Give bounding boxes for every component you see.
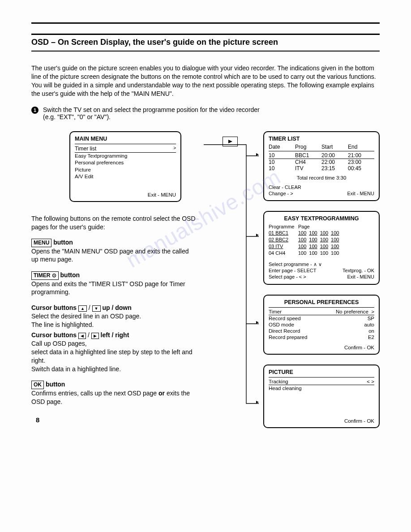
left-intro: The following buttons on the remote cont… — [31, 215, 197, 232]
step-number-badge: 1 — [31, 107, 39, 114]
intro-paragraph: The user's guide on the picture screen e… — [31, 64, 380, 98]
th-prog: Prog — [295, 144, 321, 150]
main-menu-exit: Exit - MENU — [75, 192, 176, 197]
cursor-leftright-section: Cursor buttons ◀ / ▶ left / right Call u… — [31, 331, 197, 373]
cursor-ud-desc2: The line is highlighted. — [31, 321, 94, 328]
cursor-ud-desc1: Select the desired line in an OSD page. — [31, 313, 141, 320]
ep-row: 03 ITV100100100100 — [269, 243, 374, 250]
step-1-line1: Switch the TV set on and select the prog… — [43, 106, 260, 113]
osd-timer-list: TIMER LIST Date Prog Start End 10BBC120:… — [263, 131, 380, 202]
timer-row: 10CH422:0023:00 — [269, 159, 374, 165]
main-menu-item: Personal preferences — [75, 159, 176, 167]
title-block: OSD – On Screen Display, the user's guid… — [31, 34, 380, 51]
menu-button-desc: Opens the "MAIN MENU" OSD page and exits… — [31, 248, 189, 263]
up-arrow-icon: ▲ — [78, 305, 87, 312]
osd-prefs: PERSONAL PREFERENCES Timer No preference… — [263, 295, 380, 355]
ok-desc1: Confirms entries, calls up the next OSD … — [31, 390, 158, 397]
top-rule — [31, 22, 380, 24]
picture-title: PICTURE — [269, 369, 374, 375]
timer-exit: Exit - MENU — [347, 190, 375, 197]
prefs-title: PERSONAL PREFERENCES — [269, 299, 374, 305]
osd-main-menu: MAIN MENU Timer list > Easy Textprogramm… — [69, 131, 181, 202]
ok-button-label: OK — [31, 381, 44, 389]
page-number: 8 — [36, 416, 39, 424]
menu-button-word: button — [51, 239, 73, 246]
svg-marker-0 — [228, 140, 232, 143]
cursor-ud-title2: up / down — [102, 304, 131, 311]
svg-marker-2 — [256, 234, 259, 236]
prefs-row: Record speedSP — [269, 315, 374, 322]
ep-row: 04 CH4100100100100 — [269, 250, 374, 257]
prefs-row: Direct Recordon — [269, 328, 374, 334]
cursor-lr-desc2: select data in a highlighted line step b… — [31, 348, 193, 364]
easy-text-title: EASY TEXTPROGRAMMING — [269, 215, 374, 222]
prefs-row: OSD modeauto — [269, 322, 374, 328]
th-end: End — [348, 144, 374, 150]
prefs-row: Record preparedE2 — [269, 334, 374, 340]
flow-connectors — [201, 131, 260, 442]
svg-marker-3 — [256, 321, 259, 324]
timer-button-label: TIMER ⊙ — [31, 271, 59, 279]
main-menu-title: MAIN MENU — [75, 136, 176, 142]
main-menu-item: Easy Textprogramming — [75, 153, 176, 160]
timer-clear: Clear - CLEAR — [269, 184, 301, 190]
main-menu-selected-row: Timer list > — [75, 145, 176, 153]
timer-row: 10ITV23:1500:45 — [269, 165, 374, 172]
down-arrow-icon: ▼ — [92, 305, 101, 312]
right-arrow-icon: ▶ — [91, 333, 99, 339]
left-arrow-icon: ◀ — [78, 333, 86, 339]
cursor-lr-desc3: Switch data in a highlighted line. — [31, 365, 121, 373]
step-1-line2: (e.g. "EXT", "0" or "AV"). — [43, 113, 111, 120]
left-right-icon: < > — [367, 379, 374, 384]
ep-foot2r: Textprog. - OK — [342, 267, 374, 274]
chevron-right-icon: > — [173, 146, 176, 152]
menu-button-label: MENU — [31, 239, 51, 247]
timer-total: Total record time 3:30 — [269, 175, 374, 180]
play-right-icon — [223, 137, 238, 146]
timer-row: 10BBC120:0021:00 — [269, 152, 374, 159]
step-1: 1 Switch the TV set on and select the pr… — [31, 106, 380, 120]
main-menu-selected-label: Timer list — [75, 146, 96, 152]
picture-confirm: Confirm - OK — [269, 418, 374, 424]
timer-list-header: Date Prog Start End — [269, 144, 374, 150]
osd-picture: PICTURE Tracking< > Head cleaning Confir… — [263, 365, 380, 428]
main-menu-item: Picture — [75, 167, 176, 174]
ok-button-word: button — [44, 381, 65, 388]
th-date: Date — [269, 144, 295, 150]
prefs-row: Timer No preference > — [269, 309, 374, 315]
svg-marker-1 — [256, 153, 259, 156]
timer-button-desc: Opens and exits the "TIMER LIST" OSD pag… — [31, 280, 185, 296]
timer-list-title: TIMER LIST — [269, 136, 374, 142]
main-menu-item: A/V Edit — [75, 173, 176, 180]
timer-button-word: button — [59, 271, 80, 279]
timer-change: Change - > — [269, 190, 301, 197]
timer-button-section: TIMER ⊙ button Opens and exits the "TIME… — [31, 271, 197, 296]
page-title: OSD – On Screen Display, the user's guid… — [31, 38, 380, 47]
ep-foot3l: Select page - < > — [269, 274, 306, 280]
cursor-lr-title1: Cursor buttons — [31, 331, 78, 339]
ep-foot2l: Enter page - SELECT — [269, 267, 316, 274]
chevron-right-icon: > — [371, 309, 374, 314]
ok-or: or — [158, 390, 165, 397]
osd-easy-text: EASY TEXTPROGRAMMING Programme Page 01 B… — [263, 211, 380, 285]
easy-text-header: Programme Page — [269, 223, 374, 230]
ok-button-section: OK button Confirms entries, calls up the… — [31, 380, 197, 406]
picture-row: Tracking< > — [269, 378, 374, 385]
ep-row: 02 BBC2100100100100 — [269, 236, 374, 243]
cursor-lr-title2: left / right — [101, 331, 129, 339]
th-start: Start — [321, 144, 348, 150]
prefs-confirm: Confirm - OK — [269, 345, 374, 350]
cursor-ud-title1: Cursor buttons — [31, 304, 78, 311]
svg-marker-4 — [256, 401, 259, 403]
cursor-updown-section: Cursor buttons ▲ / ▼ up / down Select th… — [31, 304, 197, 329]
ep-foot3r: Exit - MENU — [347, 274, 375, 280]
ep-foot1: Select programme - ∧ ∨ — [269, 261, 374, 267]
ep-row: 01 BBC1100100100100 — [269, 230, 374, 236]
menu-button-section: MENU button Opens the "MAIN MENU" OSD pa… — [31, 238, 197, 264]
cursor-lr-desc1: Call up OSD pages, — [31, 340, 87, 347]
picture-row: Head cleaning — [269, 385, 374, 391]
